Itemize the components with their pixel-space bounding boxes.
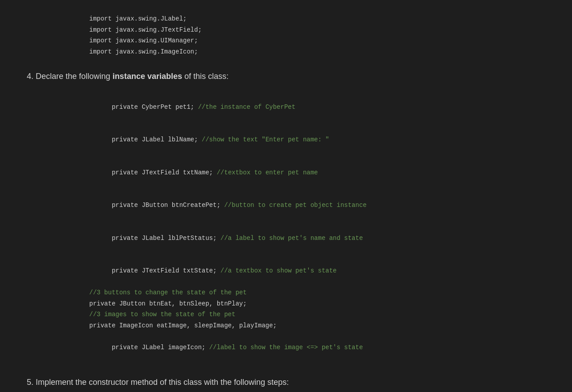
section-4-text-after: of this class: <box>182 72 228 81</box>
section-4-bold: instance variables <box>112 72 182 81</box>
ivar-line-2: private JLabel lblName; //show the text … <box>89 124 554 157</box>
ivar-line-1: private CyberPet pet1; //the instance of… <box>89 91 554 124</box>
ivar-line-3: private JTextField txtName; //textbox to… <box>89 156 554 189</box>
import-section: import javax.swing.JLabel; import javax.… <box>18 13 554 57</box>
ivar-line-7: //3 buttons to change the state of the p… <box>89 287 554 298</box>
ivar-line-9: //3 images to show the state of the pet <box>89 309 554 320</box>
import-line-3: import javax.swing.UIManager; <box>89 35 554 46</box>
section-4-number: 4. <box>27 72 33 81</box>
ivar-line-10: private ImageIcon eatImage, sleepImage, … <box>89 320 554 331</box>
ivar-line-8: private JButton btnEat, btnSleep, btnPla… <box>89 298 554 309</box>
ivar-line-4: private JButton btnCreatePet; //button t… <box>89 189 554 222</box>
import-line-1: import javax.swing.JLabel; <box>89 13 554 25</box>
instance-variables-block: private CyberPet pet1; //the instance of… <box>18 91 554 364</box>
import-line-2: import javax.swing.JTextField; <box>89 25 554 36</box>
section-5-number: 5. <box>27 378 33 387</box>
section-4-header: 4. Declare the following instance variab… <box>18 70 554 83</box>
ivar-line-5: private JLabel lblPetStatus; //a label t… <box>89 222 554 255</box>
section-5-header: 5. Implement the constructor method of t… <box>18 376 554 388</box>
ivar-line-11: private JLabel imageIcon; //label to sho… <box>89 331 554 364</box>
ivar-line-6: private JTextField txtState; //a textbox… <box>89 255 554 288</box>
main-content: import javax.swing.JLabel; import javax.… <box>18 9 554 392</box>
section-5-text: Implement the constructor method of this… <box>36 378 289 387</box>
section-4-text-before: Declare the following <box>36 72 112 81</box>
import-line-4: import javax.swing.ImageIcon; <box>89 46 554 58</box>
